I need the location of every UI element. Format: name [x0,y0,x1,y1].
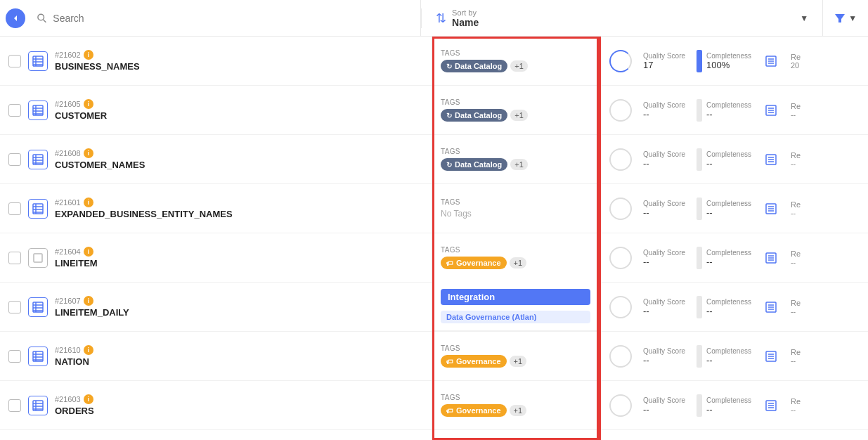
quality-circle [609,296,632,318]
quality-block: Quality Score -- [643,150,685,169]
list-icon[interactable] [763,200,779,217]
integration-sub-tag[interactable]: Data Governance (Atlan) [441,311,590,323]
data-catalog-tag[interactable]: ↻ Data Catalog [441,60,507,72]
tags-container: 🏷 Governance +1 [441,404,590,417]
row-checkbox[interactable] [8,55,21,67]
table-row[interactable]: #21604 i LINEITEM [0,233,432,283]
search-icon [37,13,47,24]
completeness-block: Completeness -- [697,99,751,122]
quality-circle [609,345,632,368]
row-name: ORDERS [55,406,423,416]
completeness-bar-empty [697,148,702,171]
plus-badge[interactable]: +1 [510,159,528,170]
quality-block: Quality Score -- [643,396,685,415]
list-icon[interactable] [763,53,779,70]
search-input[interactable] [53,13,409,24]
sort-label: Sort by [452,8,479,17]
governance-tag[interactable]: 🏷 Governance [441,355,507,368]
row-checkbox[interactable] [8,350,21,363]
completeness-bar-empty [697,247,702,269]
completeness-block: Completeness -- [697,148,751,171]
row-id: #21605 i [55,99,423,109]
row-checkbox[interactable] [8,252,21,264]
quality-score-val: -- [643,207,685,218]
info-icon: i [84,50,93,60]
row-checkbox[interactable] [8,301,21,313]
row-name: CUSTOMER_NAMES [55,160,423,170]
table-row[interactable]: #21608 i CUSTOMER_NAMES [0,135,432,184]
svg-marker-0 [14,15,17,21]
quality-block: Quality Score -- [643,249,685,267]
row-checkbox[interactable] [8,153,21,166]
tag-label-text: Governance [456,357,501,365]
row-info: #21603 i ORDERS [55,394,423,416]
quality-score-val: -- [643,355,685,365]
tag-icon: ↻ [446,63,452,70]
plus-badge[interactable]: +1 [510,356,527,367]
governance-tag[interactable]: 🏷 Governance [441,257,507,269]
completeness-val: -- [706,207,751,218]
tags-row: Tags 🏷 Governance +1 [432,233,599,283]
completeness-val: -- [706,306,751,316]
tags-container: ↻ Data Catalog +1 [441,109,590,122]
nav-back-button[interactable] [6,8,25,28]
svg-line-2 [44,19,46,22]
quality-circle [609,198,632,220]
tag-icon: 🏷 [446,358,453,365]
data-catalog-tag[interactable]: ↻ Data Catalog [441,109,507,122]
info-icon: i [84,345,93,355]
row-checkbox[interactable] [8,399,21,412]
info-icon: i [84,148,93,158]
table-row[interactable]: #21610 i NATION [0,332,432,381]
list-icon[interactable] [763,397,779,414]
completeness-bar-empty [697,394,702,417]
quality-score-val: -- [643,257,685,267]
re-label: Re-- [791,151,801,168]
table-row[interactable]: #21602 i BUSINESS_NAMES [0,37,432,86]
row-info: #21601 i EXPANDED_BUSINESS_ENTITY_NAMES [55,198,423,219]
svg-marker-3 [835,14,845,22]
table-row[interactable]: #21603 i ORDERS [0,381,432,430]
filter-icon [834,13,846,24]
tag-label-text: Data Catalog [455,160,502,169]
plus-badge[interactable]: +1 [510,405,527,416]
list-icon[interactable] [763,102,779,119]
table-icon [28,199,48,219]
row-id: #21607 i [55,296,423,306]
plus-badge[interactable]: +1 [510,110,528,121]
list-icon[interactable] [763,250,779,266]
governance-tag[interactable]: 🏷 Governance [441,404,507,417]
row-checkbox[interactable] [8,104,21,117]
tag-label-text: Governance [456,259,501,267]
table-row[interactable]: #21605 i CUSTOMER [0,86,432,135]
list-icon[interactable] [763,299,779,316]
quality-block: Quality Score -- [643,298,685,316]
sort-dropdown-arrow[interactable]: ▼ [800,13,808,23]
completeness-block: Completeness -- [697,296,751,318]
data-catalog-tag[interactable]: ↻ Data Catalog [441,158,507,171]
completeness-block: Completeness -- [697,394,751,417]
plus-badge[interactable]: +1 [510,60,528,72]
completeness-label: Completeness [706,347,751,355]
row-checkbox[interactable] [8,202,21,215]
table-row[interactable]: #21601 i EXPANDED_BUSINESS_ENTITY_NAMES [0,184,432,233]
completeness-label: Completeness [706,52,751,60]
list-icon[interactable] [763,151,779,168]
completeness-bar-empty [697,99,702,122]
filter-dropdown-arrow[interactable]: ▼ [848,13,857,23]
completeness-label: Completeness [706,150,751,158]
tags-container: No Tags [441,209,590,219]
quality-block: Quality Score -- [643,101,685,119]
list-icon[interactable] [763,348,779,365]
tags-row: Tags 🏷 Governance +1 [432,381,599,430]
filter-button[interactable]: ▼ [822,0,868,37]
row-id: #21608 i [55,148,423,158]
tags-container: ↻ Data Catalog +1 [441,60,590,72]
table-icon [28,297,48,317]
completeness-val: -- [706,158,751,169]
re-label: Re-- [791,299,801,316]
table-row[interactable]: #21607 i LINEITEM_DAILY [0,283,432,332]
integration-header-tag[interactable]: Integration [441,289,590,305]
plus-badge[interactable]: +1 [510,257,527,268]
row-info: #21607 i LINEITEM_DAILY [55,296,423,318]
